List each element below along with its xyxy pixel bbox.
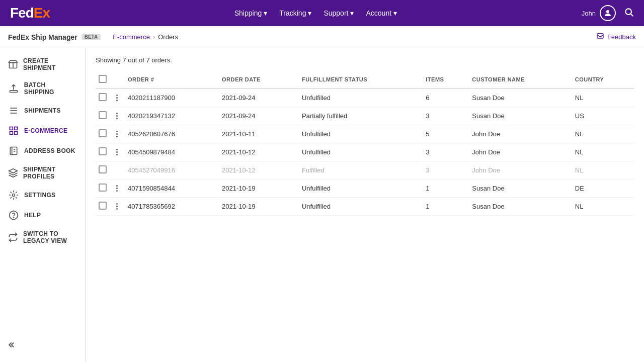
table-row: 4052620607676 2021-10-11 Unfulfilled 5 J…	[96, 125, 634, 143]
row-checkbox[interactable]	[99, 129, 107, 137]
row-customer-name: John Doe	[467, 161, 570, 179]
svg-rect-13	[15, 132, 18, 135]
country-header: COUNTRY	[570, 71, 634, 88]
row-fulfillment-status: Unfulfilled	[297, 125, 421, 143]
sidebar: CREATE SHIPMENT BATCH SHIPPING SHIPMENTS…	[0, 48, 86, 362]
row-order-number: 4020219347132	[123, 107, 217, 125]
svg-rect-6	[10, 90, 17, 92]
main-content: Showing 7 out of 7 orders. ORDER # ORDER…	[86, 48, 644, 362]
select-all-checkbox[interactable]	[99, 75, 107, 83]
row-order-date: 2021-10-19	[217, 198, 297, 216]
row-checkbox[interactable]	[99, 93, 107, 101]
feedback-icon	[596, 32, 604, 42]
sidebar-item-label: SWITCH TO LEGACY VIEW	[23, 230, 77, 244]
row-actions-menu[interactable]	[112, 95, 122, 101]
row-order-date: 2021-09-24	[217, 107, 297, 125]
sidebar-item-address-book[interactable]: ADDRESS BOOK	[0, 141, 85, 161]
row-checkbox-cell	[96, 107, 111, 125]
search-button[interactable]	[624, 7, 634, 20]
row-checkbox[interactable]	[99, 165, 107, 173]
row-order-number: 4071785365692	[123, 198, 217, 216]
row-customer-name: Susan Doe	[467, 198, 570, 216]
row-items: 1	[421, 198, 467, 216]
row-menu-cell	[111, 88, 123, 107]
row-checkbox[interactable]	[99, 202, 107, 210]
row-fulfillment-status: Unfulfilled	[297, 143, 421, 161]
breadcrumb-ecommerce[interactable]: E-commerce	[113, 33, 150, 41]
table-row: 4054509879484 2021-10-12 Unfulfilled 3 J…	[96, 143, 634, 161]
nav-account[interactable]: Account ▾	[366, 9, 397, 17]
row-order-date: 2021-10-19	[217, 179, 297, 198]
row-actions-menu[interactable]	[112, 203, 122, 210]
fedex-logo[interactable]: FedEx	[10, 5, 50, 21]
row-order-number: 4052620607676	[123, 125, 217, 143]
sidebar-item-label: HELP	[24, 212, 41, 219]
row-actions-menu[interactable]	[112, 131, 122, 137]
row-order-date: 2021-09-24	[217, 88, 297, 107]
sidebar-item-legacy[interactable]: SWITCH TO LEGACY VIEW	[0, 225, 85, 249]
svg-rect-11	[15, 127, 18, 130]
row-fulfillment-status: Unfulfilled	[297, 198, 421, 216]
breadcrumb-separator: ›	[153, 33, 155, 41]
row-country: US	[570, 107, 634, 125]
sidebar-item-label: CREATE SHIPMENT	[23, 57, 77, 71]
row-menu-cell	[111, 125, 123, 143]
sidebar-item-settings[interactable]: SETTINGS	[0, 185, 85, 205]
table-row: 4071590854844 2021-10-19 Unfulfilled 1 S…	[96, 179, 634, 198]
row-actions-menu[interactable]	[112, 113, 122, 119]
sidebar-item-help[interactable]: HELP	[0, 205, 85, 225]
sidebar-item-shipments[interactable]: SHIPMENTS	[0, 101, 85, 121]
user-profile[interactable]: John	[582, 5, 616, 21]
sub-header-left: FedEx Ship Manager BETA E-commerce › Ord…	[8, 33, 178, 41]
feedback-label: Feedback	[607, 33, 636, 41]
logo-text: FedEx	[10, 5, 50, 21]
row-menu-cell	[111, 179, 123, 198]
showing-text: Showing 7 out of 7 orders.	[96, 56, 634, 64]
row-checkbox-cell	[96, 88, 111, 107]
sidebar-item-label: BATCH SHIPPING	[24, 81, 77, 96]
sidebar-item-label: E-COMMERCE	[24, 127, 67, 134]
svg-point-18	[13, 194, 15, 197]
contacts-icon	[8, 146, 19, 156]
customer-name-header: CUSTOMER NAME	[467, 71, 570, 88]
row-order-number: 4054509879484	[123, 143, 217, 161]
box-icon	[8, 59, 18, 69]
row-country: NL	[570, 125, 634, 143]
row-actions-menu[interactable]	[112, 149, 122, 155]
sidebar-item-shipment-profiles[interactable]: SHIPMENT PROFILES	[0, 161, 85, 185]
row-checkbox-cell	[96, 143, 111, 161]
row-items: 3	[421, 143, 467, 161]
row-menu-cell	[111, 107, 123, 125]
row-menu-cell	[111, 143, 123, 161]
row-checkbox[interactable]	[99, 111, 107, 119]
chevron-down-icon: ▾	[393, 9, 397, 17]
row-order-number: 4020211187900	[123, 88, 217, 107]
nav-tracking[interactable]: Tracking ▾	[279, 9, 311, 17]
row-order-date: 2021-10-11	[217, 125, 297, 143]
sidebar-collapse-button[interactable]	[8, 340, 17, 352]
circle-question-icon	[8, 210, 19, 220]
user-name: John	[582, 10, 596, 17]
sidebar-item-batch-shipping[interactable]: BATCH SHIPPING	[0, 76, 85, 101]
row-country: NL	[570, 88, 634, 107]
row-checkbox[interactable]	[99, 147, 107, 155]
row-checkbox[interactable]	[99, 184, 107, 192]
nav-shipping[interactable]: Shipping ▾	[234, 9, 268, 17]
row-fulfillment-status: Partially fulfilled	[297, 107, 421, 125]
sidebar-item-create-shipment[interactable]: CREATE SHIPMENT	[0, 52, 85, 76]
sidebar-item-e-commerce[interactable]: E-COMMERCE	[0, 121, 85, 141]
list-icon	[8, 106, 19, 116]
row-country: NL	[570, 198, 634, 216]
sidebar-item-label: ADDRESS BOOK	[24, 147, 75, 154]
nav-support[interactable]: Support ▾	[324, 9, 354, 17]
beta-badge: BETA	[82, 34, 101, 40]
svg-point-1	[625, 9, 631, 15]
row-checkbox-cell	[96, 198, 111, 216]
feedback-button[interactable]: Feedback	[596, 32, 636, 42]
row-order-number: 4071590854844	[123, 179, 217, 198]
table-header-row: ORDER # ORDER DATE FULFILLMENT STATUS IT…	[96, 71, 634, 88]
row-checkbox-cell	[96, 179, 111, 198]
row-actions-menu[interactable]	[112, 185, 122, 192]
table-row: 4020219347132 2021-09-24 Partially fulfi…	[96, 107, 634, 125]
grid-icon	[8, 126, 19, 136]
